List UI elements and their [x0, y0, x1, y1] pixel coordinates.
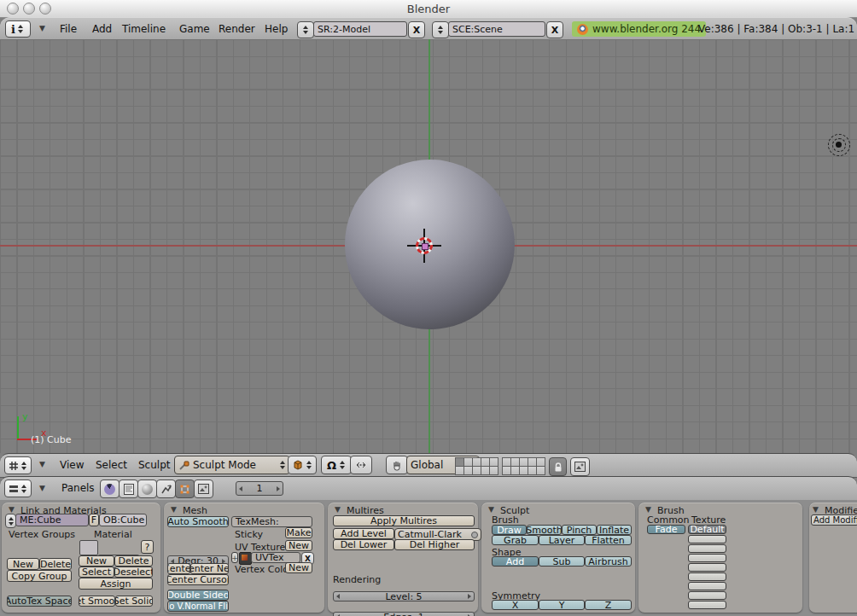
del-higher-button[interactable]: Del Higher [394, 539, 475, 550]
arrow-left-icon[interactable] [336, 594, 340, 599]
pin-icon[interactable]: + [231, 552, 238, 563]
render-preview-button[interactable] [570, 457, 590, 476]
context-object-button[interactable] [156, 479, 176, 498]
copy-group-button[interactable]: Copy Group [7, 570, 72, 582]
set-solid-button[interactable]: Set Solid [115, 596, 153, 607]
window-type-info-button[interactable]: i [5, 20, 31, 38]
vgroup-delete-button[interactable]: Delete [39, 558, 72, 570]
lock-layers-toggle[interactable] [549, 457, 567, 476]
arrow-right-icon[interactable] [468, 594, 471, 599]
panel-collapse-icon[interactable]: ▼ [9, 506, 15, 514]
layer-1[interactable] [456, 458, 463, 466]
mode-selector[interactable]: Sculpt Mode [174, 456, 290, 474]
context-scene-button[interactable] [194, 479, 213, 498]
scene-close-icon[interactable]: X [546, 21, 563, 38]
scene-browse-button[interactable] [432, 21, 449, 38]
material-select-button[interactable]: Select [79, 567, 114, 578]
menu-help[interactable]: Help [265, 23, 288, 35]
auto-smooth-toggle[interactable]: Auto Smooth [167, 516, 229, 527]
sticky-make-button[interactable]: Make [285, 527, 312, 538]
texture-slot-3[interactable] [688, 544, 726, 553]
layer-3[interactable] [473, 458, 481, 466]
menu-view[interactable]: View [60, 459, 84, 471]
brush-flatten-toggle[interactable]: Flatten [585, 535, 632, 545]
arrow-left-icon[interactable] [239, 486, 242, 491]
collapse-triangle-icon[interactable]: ▼ [39, 25, 45, 32]
autotex-space-toggle[interactable]: AutoTex Space [7, 596, 72, 607]
menu-game[interactable]: Game [179, 23, 210, 35]
panel-collapse-icon[interactable]: ▼ [488, 506, 494, 514]
set-smooth-button[interactable]: Set Smooth [79, 596, 115, 607]
fade-toggle[interactable]: Fade [647, 525, 685, 534]
shape-airbrush-toggle[interactable]: Airbrush [585, 556, 632, 567]
brush-inflate-toggle[interactable]: Inflate [597, 525, 632, 535]
context-logic-button[interactable] [100, 479, 120, 498]
symmetry-z-toggle[interactable]: Z [585, 600, 632, 610]
texture-slot-8[interactable] [688, 591, 726, 600]
version-badge[interactable]: www.blender.org 244 [572, 21, 706, 37]
center-cursor-button[interactable]: Center Cursor [167, 574, 229, 585]
menu-file[interactable]: File [60, 23, 77, 35]
menu-select[interactable]: Select [96, 459, 127, 471]
layer-17[interactable] [511, 467, 519, 474]
material-new-button[interactable]: New [79, 555, 114, 567]
layer-4[interactable] [481, 458, 489, 466]
layer-buttons-group-2[interactable] [502, 457, 545, 475]
material-deselect-button[interactable]: Deselect [114, 567, 153, 578]
layer-11[interactable] [456, 467, 463, 474]
layer-13[interactable] [473, 467, 481, 474]
context-editing-button[interactable] [175, 479, 195, 498]
layer-12[interactable] [464, 467, 472, 474]
del-lower-button[interactable]: Del Lower [333, 539, 394, 550]
texture-slot-7[interactable] [688, 582, 726, 590]
layer-20[interactable] [537, 467, 545, 474]
uvtex-image-icon[interactable] [239, 552, 252, 565]
vgroup-new-button[interactable]: New [7, 558, 39, 570]
layer-18[interactable] [520, 467, 528, 474]
material-help-button[interactable]: ? [141, 540, 154, 554]
layer-15[interactable] [490, 467, 498, 474]
texmesh-field[interactable]: TexMesh: [231, 516, 312, 527]
draw-mode-selector[interactable] [288, 456, 317, 474]
brush-draw-toggle[interactable]: Draw [492, 525, 527, 535]
layer-9[interactable] [528, 458, 536, 466]
collapse-triangle-icon[interactable]: ▼ [39, 485, 45, 492]
apply-multires-button[interactable]: Apply Multires [333, 515, 475, 526]
screen-browse-button[interactable] [297, 21, 314, 38]
brush-layer-toggle[interactable]: Layer [539, 535, 585, 545]
material-delete-button[interactable]: Delete [114, 555, 153, 567]
layer-buttons-group-1[interactable] [455, 457, 498, 475]
texture-slot-9[interactable] [688, 601, 726, 609]
manipulator-hand-button[interactable] [386, 456, 408, 474]
layer-14[interactable] [481, 467, 489, 474]
menu-add[interactable]: Add [92, 23, 112, 35]
uv-texture-new-button[interactable]: New [285, 540, 312, 551]
scene-name-field[interactable]: SCE:Scene [448, 21, 545, 37]
panel-collapse-icon[interactable]: ▼ [171, 506, 177, 514]
collapse-triangle-icon[interactable]: ▼ [39, 461, 45, 468]
texture-slot-default[interactable]: Default [688, 525, 726, 534]
texture-slot-2[interactable] [688, 535, 726, 543]
frame-number-field[interactable]: 1 [236, 481, 283, 496]
add-level-button[interactable]: Add Level [333, 528, 394, 539]
edges-field[interactable]: Edges: 1 [333, 612, 475, 616]
layer-8[interactable] [520, 458, 528, 466]
menu-timeline[interactable]: Timeline [122, 23, 166, 35]
texture-slot-5[interactable] [688, 563, 726, 572]
menu-render[interactable]: Render [219, 23, 255, 35]
shape-add-toggle[interactable]: Add [492, 556, 539, 567]
layer-6[interactable] [503, 458, 510, 466]
proportional-edit-button[interactable] [350, 456, 372, 474]
panel-title[interactable]: Mesh [183, 505, 207, 516]
no-vnormal-flip-toggle[interactable]: No V.Normal Flip [167, 601, 229, 612]
vertex-color-new-button[interactable]: New [285, 562, 312, 573]
panel-collapse-icon[interactable]: ▼ [335, 506, 341, 514]
menu-panels[interactable]: Panels [61, 482, 95, 494]
layer-19[interactable] [528, 467, 536, 474]
symmetry-y-toggle[interactable]: Y [539, 600, 585, 610]
pivot-selector[interactable]: Ω [321, 456, 352, 474]
fake-user-button[interactable]: F [89, 514, 99, 526]
add-modifier-button[interactable]: Add Modifier [811, 514, 857, 526]
material-color-swatch[interactable] [79, 540, 98, 555]
double-sided-toggle[interactable]: Double Sided [167, 590, 229, 601]
